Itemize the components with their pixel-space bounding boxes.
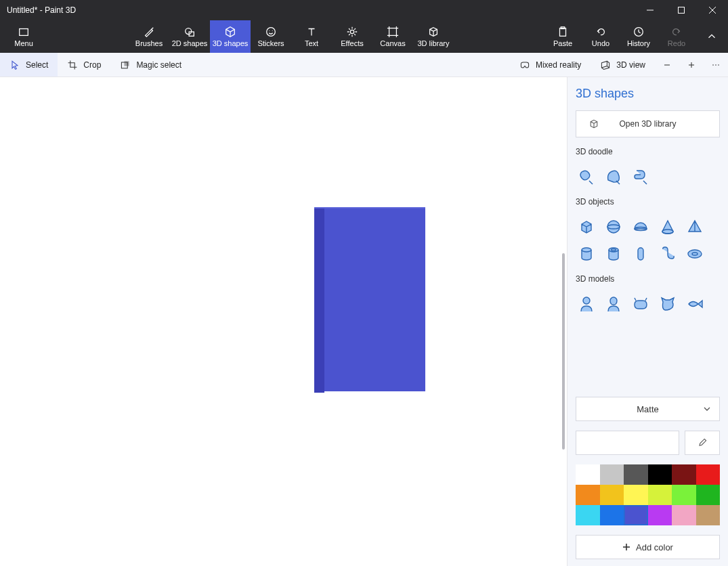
color-swatch-12[interactable]: [576, 505, 600, 525]
library-icon: [427, 26, 440, 38]
object-cone[interactable]: [657, 216, 679, 238]
maximize-button[interactable]: [666, 0, 697, 20]
sub-toolbar: Select Crop Magic select Mixed reality 3…: [0, 53, 728, 77]
side-panel: 3D shapes Open 3D library 3D doodle 3D o…: [568, 77, 728, 566]
minus-icon: [662, 60, 672, 70]
plus-icon: [622, 543, 630, 551]
chevron-up-icon: [706, 30, 718, 43]
color-palette: [576, 464, 720, 525]
ribbon-stickers[interactable]: Stickers: [251, 20, 291, 53]
canvas[interactable]: [0, 77, 568, 566]
view3d-icon: [600, 60, 611, 70]
history-icon: [633, 26, 645, 38]
color-swatch-14[interactable]: [624, 505, 648, 525]
color-swatch-15[interactable]: [648, 505, 672, 525]
undo-icon: [595, 26, 607, 38]
text-icon: [305, 26, 318, 38]
ribbon-2d-shapes[interactable]: 2D shapes: [169, 20, 210, 53]
svg-rect-4: [20, 29, 28, 36]
ribbon: Menu Brushes 2D shapes 3D shapes Sticker…: [0, 20, 728, 53]
color-swatch-4[interactable]: [672, 464, 696, 485]
tool-3d-view[interactable]: 3D view: [591, 53, 655, 77]
ribbon-3d-library[interactable]: 3D library: [413, 20, 454, 53]
ribbon-effects[interactable]: Effects: [332, 20, 372, 53]
object-capsule[interactable]: [630, 243, 651, 265]
brush-icon: [143, 26, 155, 38]
tool-magic-select[interactable]: Magic select: [110, 53, 191, 77]
shapes2d-icon: [184, 26, 196, 38]
color-swatch-5[interactable]: [696, 464, 721, 485]
svg-rect-1: [679, 7, 685, 14]
svg-rect-31: [638, 248, 643, 260]
object-cylinder[interactable]: [576, 243, 597, 265]
object-tube[interactable]: [603, 243, 624, 265]
tool-select[interactable]: Select: [0, 53, 58, 77]
color-swatch-10[interactable]: [672, 485, 696, 505]
color-swatch-11[interactable]: [696, 485, 721, 505]
object-sphere[interactable]: [603, 216, 624, 238]
add-color-button[interactable]: Add color: [576, 535, 720, 559]
color-swatch-16[interactable]: [672, 505, 696, 525]
ribbon-3d-shapes[interactable]: 3D shapes: [210, 20, 251, 53]
color-swatch-3[interactable]: [648, 464, 672, 485]
tool-mixed-reality[interactable]: Mixed reality: [510, 53, 591, 77]
close-button[interactable]: [697, 0, 728, 20]
model-cat[interactable]: [657, 293, 679, 315]
plus-icon: [686, 60, 697, 70]
object-torus[interactable]: [684, 243, 706, 265]
object-curved-cylinder[interactable]: [657, 243, 679, 265]
color-swatch-13[interactable]: [600, 505, 624, 525]
doodle-soft-edge[interactable]: [576, 166, 597, 188]
color-swatch-17[interactable]: [696, 505, 721, 525]
shapes3d-icon: [224, 26, 236, 38]
tool-crop[interactable]: Crop: [58, 53, 110, 77]
eyedropper-button[interactable]: [685, 431, 720, 455]
minimize-button[interactable]: [635, 0, 666, 20]
objects-section-label: 3D objects: [576, 197, 720, 206]
color-input[interactable]: [576, 431, 679, 455]
svg-point-7: [267, 28, 276, 37]
open-3d-library-button[interactable]: Open 3D library: [576, 110, 720, 137]
object-cube[interactable]: [576, 216, 597, 238]
vertical-scrollbar[interactable]: [562, 253, 565, 450]
ribbon-redo: Redo: [658, 20, 695, 53]
color-swatch-1[interactable]: [600, 464, 624, 485]
model-dog[interactable]: [630, 293, 651, 315]
ribbon-collapse-button[interactable]: [695, 20, 728, 53]
ribbon-paste[interactable]: Paste: [544, 20, 582, 53]
model-fish[interactable]: [684, 293, 706, 315]
menu-label: Menu: [14, 39, 33, 47]
doodle-section-label: 3D doodle: [576, 147, 720, 156]
ribbon-history[interactable]: History: [620, 20, 658, 53]
crop-icon: [67, 60, 78, 70]
cursor-icon: [9, 60, 20, 70]
color-swatch-2[interactable]: [624, 464, 648, 485]
ribbon-brushes[interactable]: Brushes: [129, 20, 169, 53]
svg-rect-16: [125, 61, 129, 66]
doodle-sharp-edge[interactable]: [603, 166, 624, 188]
canvas-3d-cube[interactable]: [314, 207, 425, 391]
model-woman[interactable]: [603, 293, 624, 315]
library-icon: [588, 118, 599, 129]
doodle-tube[interactable]: [630, 166, 651, 188]
object-pyramid[interactable]: [684, 216, 706, 238]
magic-select-icon: [120, 60, 131, 70]
color-swatch-0[interactable]: [576, 464, 600, 485]
zoom-in-button[interactable]: [679, 53, 704, 77]
model-man[interactable]: [576, 293, 597, 315]
color-swatch-6[interactable]: [576, 485, 600, 505]
ribbon-canvas[interactable]: Canvas: [372, 20, 413, 53]
svg-point-21: [715, 64, 716, 66]
ribbon-text[interactable]: Text: [291, 20, 332, 53]
svg-point-20: [712, 64, 714, 66]
redo-icon: [670, 26, 683, 38]
color-swatch-7[interactable]: [600, 485, 624, 505]
menu-button[interactable]: Menu: [0, 20, 47, 53]
zoom-out-button[interactable]: [655, 53, 679, 77]
color-swatch-9[interactable]: [648, 485, 672, 505]
object-hemisphere[interactable]: [630, 216, 651, 238]
ribbon-undo[interactable]: Undo: [582, 20, 620, 53]
more-button[interactable]: [704, 53, 728, 77]
material-select[interactable]: Matte: [576, 397, 720, 421]
color-swatch-8[interactable]: [624, 485, 648, 505]
